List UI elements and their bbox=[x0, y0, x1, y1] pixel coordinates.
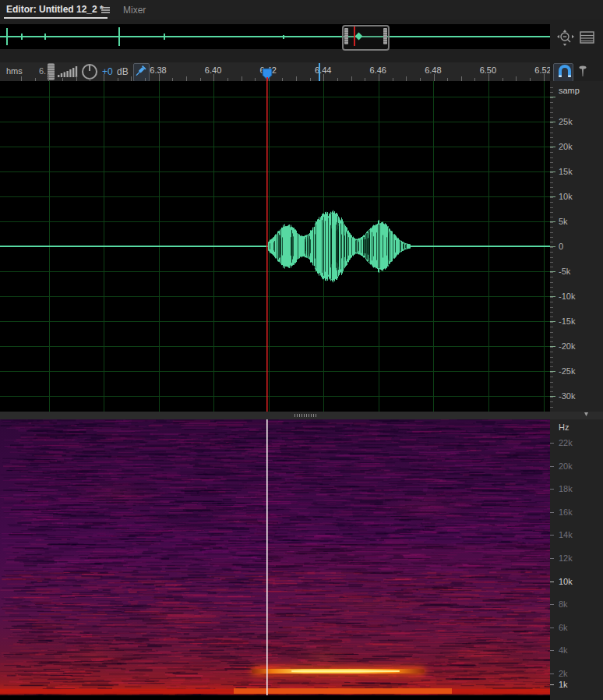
ruler-tick bbox=[323, 74, 324, 81]
sample-minor-tick bbox=[550, 202, 553, 203]
spectrogram-canvas[interactable] bbox=[0, 419, 550, 695]
sample-major-tick bbox=[550, 271, 555, 272]
frequency-scale-label: 20k bbox=[559, 461, 573, 471]
frequency-scale-label: 16k bbox=[559, 507, 573, 517]
sample-scale-label: 0 bbox=[559, 242, 563, 251]
sample-minor-tick bbox=[550, 217, 553, 217]
sample-major-tick bbox=[550, 221, 555, 222]
add-marker-icon[interactable] bbox=[577, 65, 589, 79]
sample-minor-tick bbox=[550, 108, 553, 108]
sample-major-tick bbox=[550, 147, 555, 147]
sample-minor-tick bbox=[550, 252, 553, 253]
sample-minor-tick bbox=[550, 287, 553, 288]
view-range-box[interactable] bbox=[342, 25, 390, 51]
sample-minor-tick bbox=[550, 142, 553, 143]
sample-minor-tick bbox=[550, 302, 553, 302]
sample-minor-tick bbox=[550, 407, 553, 408]
sample-minor-tick bbox=[550, 377, 553, 377]
panel-list-icon[interactable] bbox=[580, 30, 595, 48]
sample-major-tick bbox=[550, 346, 555, 347]
scroll-down-arrow-icon[interactable]: ▾ bbox=[584, 409, 588, 418]
sample-scale-label: -10k bbox=[559, 292, 575, 301]
snap-toggle-button[interactable] bbox=[553, 63, 573, 82]
sample-minor-tick bbox=[550, 327, 553, 327]
frequency-scale-label: 14k bbox=[559, 530, 573, 539]
sample-minor-tick bbox=[550, 133, 553, 133]
time-format-label: hms bbox=[6, 66, 23, 76]
sample-minor-tick bbox=[550, 267, 553, 267]
ruler-tick bbox=[544, 74, 545, 81]
sample-minor-tick bbox=[550, 282, 553, 283]
frequency-scale-label: 2k bbox=[559, 669, 568, 678]
sample-major-tick bbox=[550, 246, 555, 247]
level-unit-label: dB bbox=[117, 66, 129, 77]
view-range-right-handle[interactable] bbox=[383, 28, 387, 44]
frequency-tick bbox=[550, 489, 554, 490]
view-range-left-handle[interactable] bbox=[344, 28, 348, 44]
tab-mixer[interactable]: Mixer bbox=[123, 5, 146, 16]
waveform-canvas[interactable] bbox=[0, 81, 550, 412]
overview-spike bbox=[21, 34, 23, 40]
sample-major-tick bbox=[550, 122, 555, 122]
sample-scale-label: 10k bbox=[559, 192, 573, 201]
timeline-ruler[interactable]: hms 6. +0 dB bbox=[0, 62, 550, 81]
sample-minor-tick bbox=[550, 112, 553, 113]
ruler-tick bbox=[104, 74, 104, 81]
sample-minor-tick bbox=[550, 232, 553, 233]
sample-minor-tick bbox=[550, 362, 553, 362]
divider-drag-handle[interactable] bbox=[294, 414, 316, 417]
sample-minor-tick bbox=[550, 292, 553, 292]
sample-minor-tick bbox=[550, 391, 553, 392]
sample-minor-tick bbox=[550, 152, 553, 153]
ruler-tick bbox=[159, 74, 160, 81]
sample-minor-tick bbox=[550, 177, 553, 178]
clipped-time-label: 6. bbox=[39, 66, 46, 76]
zoom-navigate-icon[interactable] bbox=[555, 29, 576, 51]
sample-minor-tick bbox=[550, 262, 553, 263]
frequency-tick bbox=[550, 512, 554, 513]
tab-bar: Editor: Untitled 12_2 * Mixer bbox=[0, 0, 603, 19]
overview-spike bbox=[283, 35, 284, 39]
sample-minor-tick bbox=[550, 341, 553, 342]
sample-scale-label: -5k bbox=[559, 267, 570, 276]
sample-scale-label: 20k bbox=[559, 142, 573, 151]
timeline-marker-line[interactable] bbox=[319, 63, 320, 81]
frequency-tick bbox=[550, 466, 554, 467]
sample-minor-tick bbox=[550, 366, 553, 367]
frequency-tick bbox=[550, 684, 554, 685]
sample-minor-tick bbox=[550, 401, 553, 402]
sample-scale-label: -20k bbox=[559, 341, 575, 351]
sample-major-tick bbox=[550, 171, 555, 172]
sample-minor-tick bbox=[550, 352, 553, 352]
sample-major-tick bbox=[550, 321, 555, 322]
sample-scale-label: -30k bbox=[559, 391, 575, 401]
overview-waveform-strip[interactable] bbox=[0, 24, 550, 49]
frequency-scale-unit: Hz bbox=[559, 422, 569, 432]
frequency-scale-label: 12k bbox=[559, 553, 573, 563]
sample-scale-label: -25k bbox=[559, 366, 575, 376]
sample-minor-tick bbox=[550, 332, 553, 333]
frequency-scale-label: 4k bbox=[559, 645, 568, 655]
frequency-tick bbox=[550, 535, 554, 536]
ruler-tick bbox=[434, 74, 435, 81]
overview-baseline bbox=[0, 36, 550, 37]
bottom-edge-strip bbox=[0, 695, 550, 700]
sample-major-tick bbox=[550, 396, 555, 397]
sample-scale-label: -15k bbox=[559, 316, 575, 326]
view-range-audio-blob bbox=[355, 33, 363, 41]
sample-minor-tick bbox=[550, 157, 553, 158]
sample-minor-tick bbox=[550, 92, 553, 93]
autoscroll-pin-button[interactable] bbox=[133, 63, 150, 81]
sample-amplitude-scale[interactable]: samp 25k20k15k10k5k0-5k-10k-15k-20k-25k-… bbox=[550, 81, 603, 417]
audition-editor-window: Editor: Untitled 12_2 * Mixer bbox=[0, 0, 603, 700]
sample-major-tick bbox=[550, 196, 555, 197]
editor-tab-menu-icon[interactable] bbox=[100, 4, 111, 18]
tab-editor[interactable]: Editor: Untitled 12_2 * bbox=[6, 4, 104, 15]
frequency-tick bbox=[550, 582, 554, 582]
frequency-scale[interactable]: Hz 22k20k18k16k14k12k10k8k6k4k2k1k bbox=[550, 419, 603, 700]
active-tab-underline bbox=[4, 17, 108, 19]
sample-minor-tick bbox=[550, 382, 553, 383]
ruler-tick bbox=[213, 74, 214, 81]
overview-spike bbox=[6, 28, 8, 45]
panel-divider[interactable]: ▾ bbox=[0, 412, 603, 419]
